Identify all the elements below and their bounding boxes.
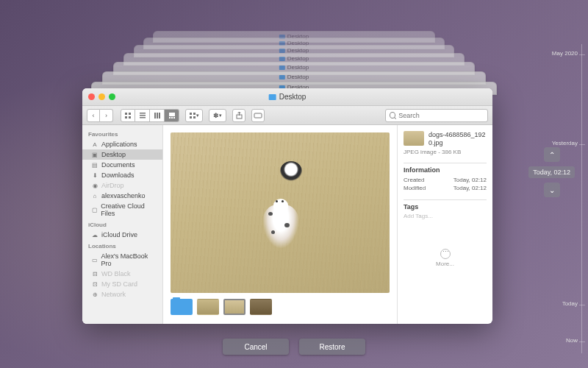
sidebar-item-label: AirDrop [101,182,124,189]
svg-rect-9 [159,113,160,118]
more-icon [440,249,451,259]
tags-input[interactable]: Add Tags... [404,213,487,219]
titlebar: Desktop [82,88,492,106]
view-list-button[interactable] [135,109,150,122]
action-button[interactable]: ✽ ▾ [209,109,226,122]
sidebar-item-alexvaschenko[interactable]: ⌂alexvaschenko [82,191,162,201]
info-key: Created [404,177,424,183]
restore-button[interactable]: Restore [299,339,365,355]
svg-rect-7 [154,113,156,118]
timeline-today: Today [562,300,578,307]
tags-header: Tags [404,203,487,210]
sidebar-item-airdrop[interactable]: ◉AirDrop [82,180,162,191]
svg-rect-15 [193,113,196,115]
sidebar-item-downloads[interactable]: ⬇Downloads [82,170,162,180]
sidebar-item-icon: ◉ [91,182,98,189]
info-header: Information [404,166,487,174]
sidebar-item-label: Alex's MacBook Pro [101,252,157,267]
timeline-now: Now [566,337,578,344]
view-switcher [121,109,179,122]
timeline-yesterday: Yesterday [552,140,578,146]
timeline: May 2020 Yesterday Today Now [529,44,588,353]
tags-button[interactable] [251,109,265,122]
toolbar: ‹ › ▾ ✽ ▾ [82,106,492,125]
timeline-current-label: Today, 02:12 [528,166,575,178]
sidebar-item-label: iCloud Drive [101,231,137,238]
search-input[interactable] [398,112,484,119]
sidebar-item-icon: ⬇ [91,171,98,179]
sidebar-item-icon: ⌂ [91,192,98,199]
info-pane: dogs-4688586_1920.jpg JPEG image - 386 K… [397,125,492,324]
sidebar-item-applications[interactable]: AApplications [82,139,162,149]
share-button[interactable] [232,109,245,122]
view-column-button[interactable] [150,109,165,122]
sidebar-item-icon: ⊡ [91,280,98,288]
sidebar-item-label: Documents [101,161,135,169]
sidebar-item-wd-black[interactable]: ⊟WD Black [82,269,162,279]
sidebar-item-label: Downloads [101,171,135,179]
sidebar-item-label: Network [101,291,126,298]
window-title: Desktop [269,93,306,101]
sidebar-item-icon: ☁ [91,231,98,238]
thumb-folder[interactable] [171,299,193,315]
svg-rect-14 [190,113,192,115]
info-key: Modified [404,185,426,191]
view-gallery-button[interactable] [165,109,179,122]
timeline-down-button[interactable]: ⌄ [544,183,560,197]
thumb-image-2[interactable] [223,299,245,315]
sidebar-item-icloud-drive[interactable]: ☁iCloud Drive [82,230,162,240]
svg-rect-2 [125,116,127,118]
thumb-image-3[interactable] [250,299,272,315]
svg-rect-1 [129,113,131,115]
sidebar-item-label: Applications [101,141,137,148]
finder-window: Desktop ‹ › ▾ ✽ ▾ FavouritesAApplication… [82,88,492,324]
sidebar: FavouritesAApplications▣Desktop▤Document… [82,125,163,324]
forward-button[interactable]: › [100,109,113,122]
timeline-up-button[interactable]: ⌃ [544,147,560,162]
svg-rect-6 [140,117,146,118]
svg-rect-19 [254,113,262,118]
arrange-button[interactable]: ▾ [185,109,203,122]
svg-rect-16 [190,116,192,118]
back-button[interactable]: ‹ [87,109,100,122]
preview-pane [163,125,397,324]
thumbnail-strip [171,293,390,316]
sidebar-item-label: alexvaschenko [101,192,146,199]
sidebar-item-alex-s-macbook-pro[interactable]: ▭Alex's MacBook Pro [82,251,162,269]
svg-rect-4 [140,113,146,114]
search-field[interactable] [385,109,488,122]
sidebar-item-label: WD Black [101,270,131,277]
cancel-button[interactable]: Cancel [223,339,289,355]
svg-rect-17 [193,116,196,118]
sidebar-item-network[interactable]: ⊕Network [82,289,162,300]
info-row: CreatedToday, 02:12 [404,176,487,184]
svg-rect-3 [129,116,131,118]
info-thumbnail [404,131,424,146]
sidebar-item-icon: ▢ [91,206,98,213]
sidebar-item-label: Creative Cloud Files [101,202,157,217]
svg-rect-5 [140,115,146,116]
close-button[interactable] [88,93,95,100]
sidebar-header: Favourites [82,128,162,139]
sidebar-item-label: My SD Card [101,280,137,288]
sidebar-item-icon: ▣ [91,151,98,158]
sidebar-header: iCloud [82,219,162,230]
info-value: Today, 02:12 [453,177,487,183]
sidebar-item-label: Desktop [101,151,126,158]
view-icon-button[interactable] [121,109,135,122]
sidebar-item-desktop[interactable]: ▣Desktop [82,149,162,160]
timeline-nav: ⌃ Today, 02:12 ⌄ [528,147,575,197]
zoom-button[interactable] [109,93,115,100]
sidebar-item-documents[interactable]: ▤Documents [82,160,162,170]
timeline-top-label: May 2020 [552,50,578,57]
info-value: Today, 02:12 [453,185,487,191]
svg-rect-10 [169,113,175,116]
thumb-image-1[interactable] [197,299,219,315]
sidebar-item-my-sd-card[interactable]: ⊡My SD Card [82,279,162,289]
sidebar-item-creative-cloud-files[interactable]: ▢Creative Cloud Files [82,201,162,219]
sidebar-item-icon: ▭ [91,256,98,263]
minimize-button[interactable] [98,93,105,100]
action-buttons: Cancel Restore [223,339,365,355]
sidebar-header: Locations [82,240,162,251]
more-button[interactable]: More... [404,249,487,267]
